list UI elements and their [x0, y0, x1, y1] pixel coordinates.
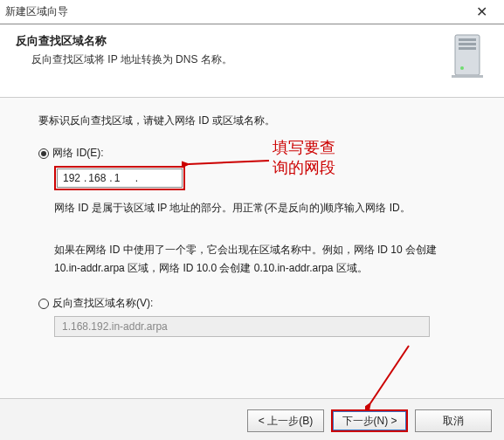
header-desc: 反向查找区域将 IP 地址转换为 DNS 名称。: [16, 52, 446, 67]
button-row: < 上一步(B) 下一步(N) > 取消: [0, 399, 504, 440]
close-icon: ✕: [476, 3, 487, 20]
network-id-input[interactable]: 192. 168. 1 .: [57, 168, 183, 188]
svg-rect-5: [452, 75, 483, 78]
wizard-content: 要标识反向查找区域，请键入网络 ID 或区域名称。 网络 ID(E): 192.…: [0, 98, 504, 346]
back-button-label: < 上一步(B): [259, 414, 313, 429]
zero-desc: 如果在网络 ID 中使用了一个零，它会出现在区域名称中。例如，网络 ID 10 …: [54, 241, 466, 277]
svg-line-9: [370, 346, 409, 403]
ip-octet-2[interactable]: 168: [88, 172, 107, 184]
next-button-label: 下一步(N) >: [342, 414, 397, 429]
ip-octet-4[interactable]: [153, 172, 172, 184]
radio-zone-label: 反向查找区域名称(V):: [52, 296, 153, 311]
zone-name-input: 1.168.192.in-addr.arpa: [54, 316, 430, 337]
cancel-button-label: 取消: [443, 414, 464, 429]
titlebar: 新建区域向导 ✕: [0, 0, 504, 24]
svg-rect-2: [459, 43, 476, 45]
radio-zone-name[interactable]: 反向查找区域名称(V):: [38, 296, 466, 311]
header-title: 反向查找区域名称: [16, 33, 446, 49]
wizard-header: 反向查找区域名称 反向查找区域将 IP 地址转换为 DNS 名称。: [0, 24, 504, 98]
server-icon: [446, 33, 488, 81]
back-button[interactable]: < 上一步(B): [247, 409, 324, 432]
ip-octet-1[interactable]: 192: [63, 172, 82, 184]
window-title: 新建区域向导: [5, 4, 464, 19]
svg-point-4: [460, 66, 464, 70]
ip-octet-3[interactable]: 1: [114, 172, 134, 184]
svg-rect-1: [459, 38, 476, 41]
radio-selected-icon: [38, 148, 49, 159]
network-id-input-highlight: 192. 168. 1 .: [54, 166, 185, 190]
cancel-button[interactable]: 取消: [415, 409, 492, 432]
next-button[interactable]: 下一步(N) >: [331, 409, 408, 432]
radio-network-label: 网络 ID(E):: [52, 146, 104, 161]
svg-rect-3: [459, 47, 476, 50]
radio-network-id[interactable]: 网络 ID(E):: [38, 146, 466, 161]
instruction-text: 要标识反向查找区域，请键入网络 ID 或区域名称。: [38, 113, 466, 128]
close-button[interactable]: ✕: [464, 3, 499, 22]
network-id-desc: 网络 ID 是属于该区域 IP 地址的部分。用正常(不是反向的)顺序输入网络 I…: [54, 199, 466, 217]
radio-unselected-icon: [38, 299, 49, 309]
